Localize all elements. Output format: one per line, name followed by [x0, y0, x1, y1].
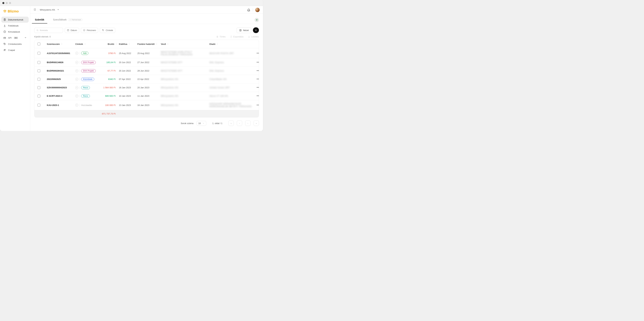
- summary-total: -971 737,73 Ft: [99, 113, 117, 115]
- col-cimkek[interactable]: Címkék: [75, 43, 98, 45]
- row-menu-button[interactable]: •••: [255, 52, 259, 55]
- row-menu-button[interactable]: •••: [255, 94, 259, 98]
- due-date: 22 Apr 2022: [137, 78, 159, 80]
- row-checkbox[interactable]: [38, 61, 40, 64]
- table-row[interactable]: BUDR000284321+EKK Projekt67,77 Ft20 Jun …: [34, 67, 259, 75]
- add-label-text[interactable]: Hozzáadás: [81, 104, 92, 106]
- row-menu-button[interactable]: •••: [255, 61, 259, 64]
- add-label-button[interactable]: +: [75, 78, 78, 81]
- sidebar-item-api[interactable]: APIdev: [1, 35, 29, 41]
- invoice-number: KAU-2023-1: [47, 104, 74, 106]
- clock-icon: [3, 30, 6, 33]
- delete-action[interactable]: Törlés: [216, 36, 226, 38]
- page-first[interactable]: «: [228, 121, 234, 126]
- row-checkbox[interactable]: [38, 78, 40, 81]
- invoice-number: BUDR000284321: [47, 70, 74, 72]
- select-all-checkbox[interactable]: [38, 43, 40, 46]
- filter-date[interactable]: Dátum: [65, 28, 79, 33]
- export-action[interactable]: Exportálás: [230, 36, 244, 38]
- rows-per-page-select[interactable]: 10: [196, 121, 206, 126]
- sidebar-item-címkekezelés[interactable]: Címkekezelés: [1, 41, 29, 47]
- svg-rect-12: [240, 29, 241, 31]
- notifications-button[interactable]: [247, 8, 250, 12]
- add-label-button[interactable]: +: [75, 86, 78, 89]
- col-hatarido[interactable]: Fizetési határidő: [137, 43, 159, 45]
- page-indicator: 1. oldal / 1: [212, 122, 222, 125]
- row-menu-button[interactable]: •••: [255, 86, 259, 89]
- sidebar-item-kimutatások[interactable]: Kimutatások: [1, 29, 29, 35]
- sidebar-item-label: Feltöltések: [8, 25, 18, 27]
- row-menu-button[interactable]: •••: [255, 69, 259, 73]
- soon-badge: Hamarosan: [68, 18, 82, 21]
- summary-row: -971 737,73 Ft: [34, 110, 259, 117]
- table-row[interactable]: 2022/0062625+Közművek6340 Ft07 Apr 20222…: [34, 75, 259, 83]
- table-row[interactable]: A15701247/2035/00001+Adó3795 Ft25 Aug 20…: [34, 48, 259, 58]
- add-label-button[interactable]: +: [75, 52, 78, 55]
- col-brutto[interactable]: Bruttó: [99, 43, 117, 45]
- row-checkbox[interactable]: [38, 86, 40, 89]
- card-icon: [3, 37, 6, 39]
- tag-pill[interactable]: Közművek: [81, 78, 94, 81]
- sidebar: Blizmo DokumentumokFeltöltésekKimutatáso…: [0, 6, 30, 131]
- col-kiallitva[interactable]: Kiállítva: [119, 43, 136, 45]
- labels-cell: +EKK Projekt: [75, 61, 98, 64]
- issued-date: 13 Jan 2023: [119, 104, 136, 106]
- labels-cell: +Közművek: [75, 78, 98, 81]
- search-input-wrapper[interactable]: [34, 28, 63, 33]
- add-label-button[interactable]: +: [75, 104, 78, 107]
- window-min-dot[interactable]: [6, 2, 8, 4]
- view-button[interactable]: Nézet: [237, 27, 251, 33]
- add-label-button[interactable]: +: [75, 95, 78, 98]
- lock-icon: [69, 19, 71, 21]
- search-input[interactable]: [40, 29, 61, 32]
- table-row[interactable]: KAU-2023-1+Hozzáadás100 000 Ft13 Jan 202…: [34, 100, 259, 110]
- brand-logo[interactable]: Blizmo: [1, 9, 29, 17]
- sort-icon: [61, 43, 63, 45]
- tab-label: Számlák: [35, 18, 44, 21]
- sidebar-item-csapat[interactable]: Csapat: [1, 47, 29, 53]
- col-elado[interactable]: Eladó: [210, 43, 253, 45]
- row-menu-button[interactable]: •••: [255, 103, 259, 107]
- add-button[interactable]: +: [253, 27, 259, 33]
- row-checkbox[interactable]: [38, 52, 40, 55]
- add-label-button[interactable]: +: [75, 69, 78, 72]
- filter-labels[interactable]: Címkék: [100, 28, 115, 33]
- tab-szerződések[interactable]: SzerződésekHamarosan: [52, 18, 83, 23]
- upload-icon: [3, 24, 6, 27]
- add-label-button[interactable]: +: [75, 61, 78, 64]
- row-checkbox[interactable]: [38, 95, 40, 98]
- view-button-label: Nézet: [243, 29, 249, 32]
- tag-pill[interactable]: Rezsi: [81, 94, 90, 98]
- page-next[interactable]: ›: [245, 121, 250, 126]
- col-szamlaszam[interactable]: Számlaszám: [47, 43, 74, 45]
- row-menu-button[interactable]: •••: [255, 77, 259, 81]
- filter-date-label: Dátum: [70, 29, 77, 32]
- page-last[interactable]: »: [254, 121, 259, 126]
- user-avatar[interactable]: [255, 8, 260, 12]
- tag-pill[interactable]: Rezsi: [81, 86, 90, 89]
- sidebar-item-feltöltések[interactable]: Feltöltések: [1, 23, 29, 29]
- company-switcher[interactable]: Whizystems Kft.: [34, 8, 59, 12]
- sort-icon: [167, 43, 169, 45]
- seller-name: DHL Express: [210, 70, 253, 72]
- col-vevo[interactable]: Vevő: [161, 43, 208, 45]
- row-checkbox[interactable]: [38, 104, 40, 107]
- window-max-dot[interactable]: [9, 2, 11, 4]
- tab-számlák[interactable]: Számlák: [34, 18, 45, 23]
- tag-pill[interactable]: Adó: [81, 52, 88, 55]
- page-prev[interactable]: ‹: [237, 121, 242, 126]
- sidebar-item-dokumentumok[interactable]: Dokumentumok: [1, 17, 29, 23]
- table-row[interactable]: BUDIR00134826+EKK Projekt185,04 Ft20 Jun…: [34, 58, 259, 67]
- row-checkbox[interactable]: [38, 69, 40, 72]
- table-row[interactable]: E-SCRT-2023-3+Rezsi689 600 Ft10 Jan 2023…: [34, 92, 259, 100]
- window-close-dot[interactable]: [2, 2, 4, 4]
- table-row[interactable]: SZK/00000004/2023+Rezsi1 564 000 Ft16 Ja…: [34, 83, 259, 92]
- download-action[interactable]: Letöltés: [248, 36, 259, 38]
- integration-status-button[interactable]: [254, 18, 259, 22]
- tag-pill[interactable]: EKK Projekt: [81, 69, 96, 73]
- gross-amount: 3795 Ft: [99, 52, 117, 55]
- buyer-name: WHIZYSTEMS KFT: [161, 61, 208, 64]
- tag-pill[interactable]: EKK Projekt: [81, 61, 96, 64]
- search-icon: [36, 29, 38, 32]
- filter-currency[interactable]: Pénznem: [81, 28, 98, 33]
